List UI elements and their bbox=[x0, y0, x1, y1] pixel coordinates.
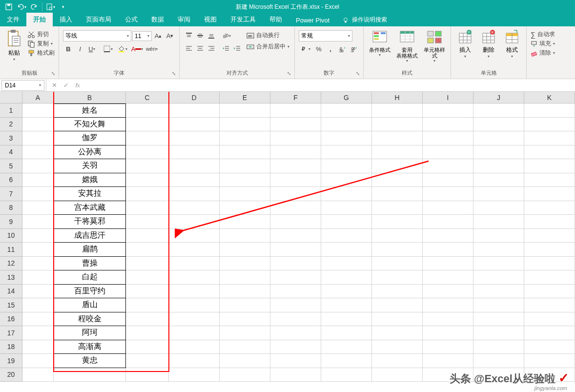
cell[interactable] bbox=[321, 243, 372, 257]
cell[interactable] bbox=[270, 354, 321, 368]
cell[interactable] bbox=[423, 312, 473, 327]
cell[interactable] bbox=[423, 145, 473, 160]
cell[interactable]: 干将莫邪 bbox=[54, 215, 126, 229]
enter-formula-icon[interactable]: ✓ bbox=[61, 81, 71, 90]
undo-icon[interactable]: ▾ bbox=[17, 2, 26, 12]
cell[interactable] bbox=[169, 103, 220, 118]
cell[interactable] bbox=[169, 326, 220, 340]
cell[interactable] bbox=[169, 159, 220, 173]
cell[interactable] bbox=[473, 354, 524, 368]
row-header[interactable]: 9 bbox=[0, 215, 22, 229]
cut-button[interactable]: 剪切 bbox=[27, 30, 55, 39]
cell[interactable] bbox=[423, 187, 473, 201]
cell[interactable] bbox=[321, 285, 372, 299]
cell[interactable] bbox=[220, 285, 270, 299]
cell[interactable] bbox=[321, 131, 372, 145]
cell[interactable] bbox=[270, 159, 321, 173]
cell[interactable] bbox=[220, 215, 270, 229]
row-header[interactable]: 6 bbox=[0, 173, 22, 187]
cell[interactable] bbox=[169, 118, 220, 132]
row-header[interactable]: 18 bbox=[0, 340, 22, 354]
decrease-indent-icon[interactable] bbox=[221, 43, 231, 54]
cell[interactable] bbox=[473, 298, 524, 312]
cell[interactable] bbox=[169, 257, 220, 271]
cell[interactable] bbox=[524, 103, 575, 118]
cell[interactable] bbox=[372, 187, 423, 201]
cell[interactable] bbox=[423, 215, 473, 229]
cell[interactable] bbox=[270, 257, 321, 271]
cell[interactable] bbox=[22, 103, 54, 118]
row-header[interactable]: 19 bbox=[0, 354, 22, 368]
cell[interactable] bbox=[524, 229, 575, 243]
spreadsheet-grid[interactable]: ABCDEFGHIJK 1234567891011121314151617181… bbox=[0, 92, 575, 392]
column-header[interactable]: H bbox=[372, 92, 423, 103]
cell[interactable] bbox=[126, 201, 169, 215]
cell[interactable] bbox=[220, 340, 270, 354]
cell[interactable] bbox=[524, 159, 575, 173]
italic-button[interactable]: I bbox=[75, 43, 85, 54]
cell[interactable] bbox=[270, 270, 321, 285]
cell[interactable] bbox=[169, 285, 220, 299]
cell[interactable] bbox=[220, 103, 270, 118]
row-header[interactable]: 5 bbox=[0, 159, 22, 173]
cell[interactable]: 宫本武藏 bbox=[54, 201, 126, 215]
cell[interactable] bbox=[169, 201, 220, 215]
cell[interactable] bbox=[126, 285, 169, 299]
cell[interactable] bbox=[270, 118, 321, 132]
row-header[interactable]: 12 bbox=[0, 257, 22, 271]
cell[interactable] bbox=[423, 326, 473, 340]
cell[interactable] bbox=[22, 243, 54, 257]
decrease-decimal-icon[interactable]: .00.0 bbox=[349, 43, 359, 54]
cell[interactable] bbox=[423, 243, 473, 257]
cell[interactable] bbox=[270, 131, 321, 145]
cell[interactable]: 盾山 bbox=[54, 298, 126, 312]
cell[interactable] bbox=[423, 131, 473, 145]
tab-help[interactable]: 帮助 bbox=[263, 13, 289, 26]
cell[interactable] bbox=[524, 131, 575, 145]
row-header[interactable]: 2 bbox=[0, 118, 22, 132]
cell[interactable] bbox=[126, 131, 169, 145]
row-header[interactable]: 15 bbox=[0, 298, 22, 312]
cell[interactable] bbox=[372, 368, 423, 382]
conditional-format-button[interactable]: 条件格式▾ bbox=[368, 28, 392, 57]
row-header[interactable]: 7 bbox=[0, 187, 22, 201]
cell[interactable] bbox=[22, 298, 54, 312]
cell[interactable] bbox=[524, 257, 575, 271]
row-header[interactable]: 4 bbox=[0, 145, 22, 160]
cell[interactable] bbox=[169, 145, 220, 160]
font-size-combo[interactable]: 11▾ bbox=[132, 31, 152, 41]
row-header[interactable]: 10 bbox=[0, 229, 22, 243]
column-header[interactable]: K bbox=[524, 92, 575, 103]
cell[interactable] bbox=[220, 368, 270, 382]
font-name-combo[interactable]: 等线▾ bbox=[63, 30, 131, 41]
cell[interactable] bbox=[321, 159, 372, 173]
cell[interactable]: 姓名 bbox=[54, 103, 126, 118]
cell[interactable] bbox=[270, 215, 321, 229]
clipboard-launcher-icon[interactable]: ⤡ bbox=[51, 71, 58, 77]
cell[interactable] bbox=[423, 103, 473, 118]
cell[interactable]: 安其拉 bbox=[54, 187, 126, 201]
cell[interactable]: 阿珂 bbox=[54, 326, 126, 340]
redo-icon[interactable] bbox=[29, 2, 39, 12]
cell[interactable] bbox=[220, 145, 270, 160]
cell[interactable] bbox=[22, 270, 54, 285]
cell[interactable] bbox=[372, 131, 423, 145]
cell[interactable] bbox=[423, 270, 473, 285]
tab-data[interactable]: 数据 bbox=[144, 13, 171, 26]
cell[interactable] bbox=[22, 173, 54, 187]
cell[interactable] bbox=[220, 173, 270, 187]
align-middle-icon[interactable] bbox=[195, 30, 205, 41]
format-table-button[interactable]: 套用 表格格式▾ bbox=[395, 28, 419, 63]
cell[interactable] bbox=[423, 201, 473, 215]
tab-layout[interactable]: 页面布局 bbox=[79, 13, 118, 26]
fill-button[interactable]: 填充▾ bbox=[531, 40, 555, 48]
tab-home[interactable]: 开始 bbox=[26, 13, 53, 26]
cell[interactable] bbox=[321, 298, 372, 312]
tab-formulas[interactable]: 公式 bbox=[118, 13, 144, 26]
cell[interactable] bbox=[473, 229, 524, 243]
cell[interactable] bbox=[22, 285, 54, 299]
phonetic-button[interactable]: wén▾ bbox=[145, 43, 159, 54]
cell[interactable] bbox=[220, 118, 270, 132]
align-bottom-icon[interactable] bbox=[206, 30, 217, 41]
cell[interactable] bbox=[524, 354, 575, 368]
